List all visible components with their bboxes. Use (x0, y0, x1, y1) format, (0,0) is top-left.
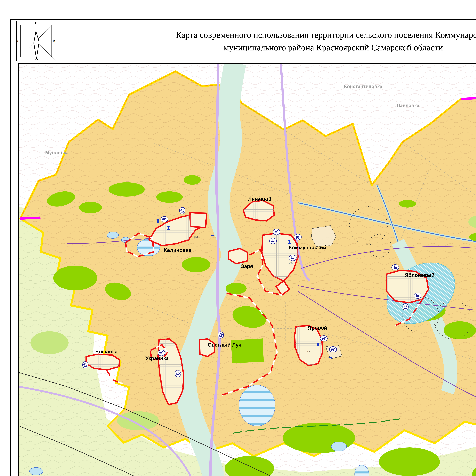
map-label: Линевый (248, 196, 272, 202)
map-label: Сх1 (194, 236, 198, 238)
compass-east-label: В (53, 39, 55, 43)
map-label: Яблоневый (405, 272, 435, 278)
map-label: Константиновка (344, 84, 382, 89)
page-title: Карта современного использования террито… (67, 29, 476, 54)
map-label: Павловка (396, 103, 419, 108)
cow-icon (161, 216, 168, 222)
map-label: Яровой (308, 325, 327, 331)
map-label: Коммунарский (289, 245, 326, 250)
map-sheet: { "title": { "line1": "Карта современног… (0, 0, 476, 476)
penta-icon (83, 362, 88, 368)
map-label: Калиновка (164, 247, 191, 253)
map-label: Украинка (145, 355, 169, 361)
penta-icon (403, 304, 408, 310)
penta-icon (179, 207, 185, 214)
map-label: Елшанка (95, 349, 118, 355)
title-line-1: Карта современного использования террито… (67, 29, 476, 41)
cow-icon (329, 346, 337, 352)
compass-north-label: С (35, 21, 37, 25)
map-canvas: КалиновкаЛиневыйЗаряКоммунарскийЯблоневы… (18, 63, 476, 476)
map-label: Мулловка (45, 150, 69, 155)
title-line-2: муниципального района Красноярский Самар… (67, 41, 476, 54)
factory-icon (392, 265, 399, 270)
map-label: Сх1 (289, 262, 293, 264)
compass-rose: С Ю З В (16, 20, 57, 62)
map-label: Заря (241, 263, 253, 269)
map-label: Светлый Луч (208, 342, 241, 348)
map-label: Сх1 (307, 350, 311, 353)
cow-icon (273, 229, 280, 235)
compass-south-label: Ю (34, 57, 38, 61)
factory-icon (269, 238, 276, 244)
cow-icon (294, 234, 301, 240)
penta-icon (218, 332, 224, 338)
factory-icon (414, 293, 421, 298)
cow-icon (320, 336, 327, 341)
cow-icon (158, 350, 165, 356)
penta-icon (175, 370, 181, 377)
map-layers: КалиновкаЛиневыйЗаряКоммунарскийЯблоневы… (18, 63, 476, 476)
factory-icon (289, 255, 296, 261)
compass-west-label: З (17, 39, 19, 43)
